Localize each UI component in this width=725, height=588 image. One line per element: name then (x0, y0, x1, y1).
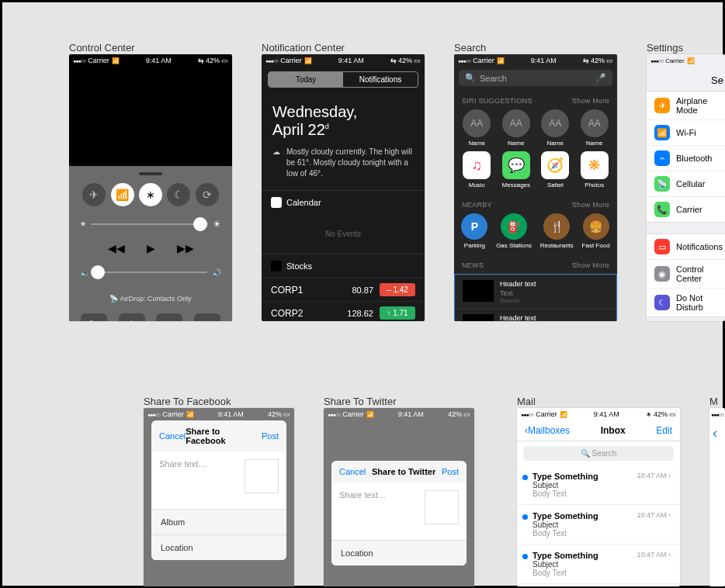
news-item[interactable]: Header textTextSource (455, 309, 616, 321)
share-facebook-screen: Carrier 9:41 AM 42%▭ Cancel Share to Fac… (144, 408, 294, 586)
timer-button[interactable]: ⏱ (119, 313, 145, 321)
panel-label: M (709, 396, 718, 407)
app-music[interactable]: ♫Music (463, 151, 491, 189)
status-bar: Carrier 9:41 AM ∗42%▭ (517, 408, 680, 420)
date-header: Wednesday, April 22d (262, 92, 425, 147)
settings-row-carrier[interactable]: 📞Carrier (647, 197, 725, 222)
search-icon: 🔍 (581, 449, 592, 458)
forward-button[interactable]: ▶▶ (177, 242, 194, 254)
airplane-toggle[interactable]: ✈ (82, 183, 106, 206)
mail-row[interactable]: Type Something10:47 AM ›SubjectBody Text (517, 465, 680, 505)
rewind-button[interactable]: ◀◀ (108, 242, 125, 254)
show-more-link[interactable]: Show More (572, 97, 609, 105)
messages-screen: ‹ (709, 408, 725, 586)
bluetooth-toggle[interactable]: ∗ (139, 183, 162, 206)
clock: 9:41 AM (146, 57, 172, 64)
wifi-toggle[interactable]: 📶 (111, 183, 134, 206)
nc-tabs: Today Notifications (268, 71, 418, 88)
siri-contact[interactable]: AAName (541, 109, 569, 147)
signal-icon (73, 57, 85, 64)
siri-contact[interactable]: AAName (502, 109, 530, 147)
back-button[interactable]: ‹ (709, 420, 725, 446)
share-text-input[interactable]: Share text… (339, 490, 387, 532)
show-more-link[interactable]: Show More (572, 201, 609, 209)
news-item[interactable]: Header textTextSource (455, 275, 616, 309)
status-bar: Carrier 9:41 AM ⇆42%▭ (69, 54, 232, 67)
flashlight-button[interactable]: 🔦 (81, 313, 107, 321)
stock-row[interactable]: CORP2128.62↑ 1.71 (262, 301, 425, 321)
post-button[interactable]: Post (262, 431, 279, 441)
calendar-widget-header[interactable]: Calendar (262, 191, 425, 214)
tab-notifications[interactable]: Notifications (343, 72, 418, 87)
weather-summary: ☁ Mostly cloudy currently. The high will… (262, 147, 425, 190)
settings-screen: Carrier Se ✈Airplane Mode📶Wi-Fi𝄐Bluetoot… (647, 54, 725, 321)
mic-icon[interactable]: 🎤 (595, 73, 606, 83)
tab-today[interactable]: Today (269, 72, 343, 87)
mail-inbox-screen: Carrier 9:41 AM ∗42%▭ ‹Mailboxes Inbox E… (517, 408, 680, 586)
rotation-lock-toggle[interactable]: ⟳ (196, 183, 219, 206)
spotlight-search-screen: Carrier 9:41 AM ⇆42%▭ 🔍 Search 🎤 SIRI SU… (454, 54, 617, 321)
app-photos[interactable]: ❋Photos (581, 151, 609, 189)
status-bar: Carrier 9:41 AM 42%▭ (324, 408, 474, 420)
show-more-link[interactable]: Show More (572, 261, 609, 269)
stock-row[interactable]: CORP180.87– 1.42 (262, 278, 425, 301)
app-messages[interactable]: 💬Messages (502, 151, 530, 189)
settings-row-notifications[interactable]: ▭Notifications (647, 234, 725, 260)
post-button[interactable]: Post (442, 467, 459, 476)
panel-label: Share To Twitter (324, 396, 396, 407)
search-input[interactable]: 🔍 Search (523, 446, 674, 461)
airdrop-button[interactable]: 📡 AirDrop: Contacts Only (75, 290, 226, 307)
settings-row-do-not-disturb[interactable]: ☾Do Not Disturb (647, 289, 725, 316)
news-header: NEWS (462, 261, 484, 269)
share-text-input[interactable]: Share text… (159, 459, 206, 501)
search-input[interactable]: 🔍 Search 🎤 (459, 70, 612, 86)
attachment-thumb[interactable] (245, 459, 279, 493)
calculator-button[interactable]: 🖩 (156, 313, 182, 321)
share-option-location[interactable]: Location (331, 540, 467, 566)
share-option-location[interactable]: Location (151, 534, 286, 560)
panel-label: Control Center (69, 42, 135, 54)
control-center-screen: Carrier 9:41 AM ⇆42%▭ ✈ 📶 ∗ ☾ ⟳ ☀ ☀ ◀◀ ▶… (69, 54, 232, 321)
grabber-handle[interactable] (139, 172, 162, 175)
cancel-button[interactable]: Cancel (159, 431, 186, 441)
panel-label: Search (454, 42, 486, 54)
dnd-toggle[interactable]: ☾ (167, 183, 190, 206)
mail-row[interactable]: Type Something10:47 AM ›SubjectBody Text (517, 545, 680, 584)
panel-label: Share To Facebook (144, 396, 231, 407)
status-bar: Carrier 9:41 AM ⇆42%▭ (454, 54, 617, 67)
calendar-icon (271, 197, 282, 208)
no-events-text: No Events (262, 214, 425, 254)
attachment-thumb[interactable] (425, 490, 459, 524)
mail-row[interactable]: Type Something10:47 AM ›SubjectBody Text (517, 505, 680, 545)
app-safari[interactable]: 🧭Safari (541, 151, 569, 189)
share-option-album[interactable]: Album (151, 509, 286, 534)
settings-row-wi-fi[interactable]: 📶Wi-Fi (647, 120, 725, 146)
stocks-widget-header[interactable]: Stocks (262, 254, 425, 278)
notification-center-screen: Carrier 9:41 AM ⇆42%▭ Today Notification… (262, 54, 425, 321)
back-button[interactable]: ‹Mailboxes (525, 425, 570, 436)
panel-label: Settings (647, 42, 683, 54)
wifi-icon (112, 57, 120, 64)
siri-header: SIRI SUGGESTIONS (462, 97, 532, 105)
share-twitter-screen: Carrier 9:41 AM 42%▭ Cancel Share to Twi… (324, 408, 474, 586)
settings-row-cellular[interactable]: 📡Cellular (647, 171, 725, 197)
inbox-title: Inbox (601, 425, 626, 436)
settings-row-control-center[interactable]: ◉Control Center (647, 260, 725, 289)
nearby-parking[interactable]: PParking (461, 213, 487, 249)
settings-row-bluetooth[interactable]: 𝄐Bluetooth (647, 146, 725, 171)
play-button[interactable]: ▶ (147, 242, 155, 254)
nearby-fast food[interactable]: 🍔Fast Food (582, 213, 610, 249)
status-bar: Carrier (647, 54, 725, 67)
cancel-button[interactable]: Cancel (339, 467, 366, 476)
camera-button[interactable]: 📷 (194, 313, 220, 321)
nearby-restaurants[interactable]: 🍴Restaurants (540, 213, 574, 249)
settings-row-airplane-mode[interactable]: ✈Airplane Mode (647, 92, 725, 120)
brightness-slider[interactable]: ☀ ☀ (80, 217, 221, 231)
edit-button[interactable]: Edit (656, 425, 672, 436)
status-bar: Carrier 9:41 AM 42%▭ (144, 408, 294, 420)
siri-contact[interactable]: AAName (581, 109, 609, 147)
nearby-header: NEARBY (462, 201, 492, 209)
volume-slider[interactable]: 🔈 🔊 (80, 265, 221, 279)
siri-contact[interactable]: AAName (463, 109, 491, 147)
nearby-gas stations[interactable]: ⛽Gas Stations (496, 213, 532, 249)
